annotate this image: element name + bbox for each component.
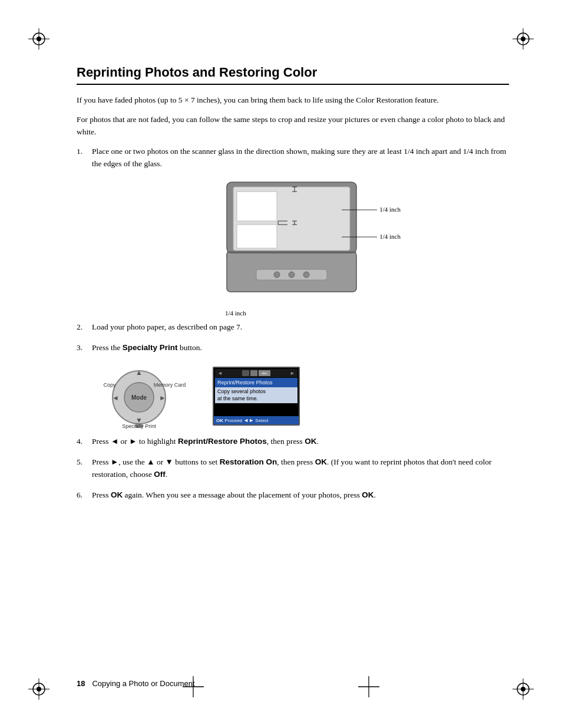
lcd-screen: ◄ abc ► Reprint/Restore Photos Copy seve… (213, 367, 300, 426)
svg-point-7 (521, 37, 525, 41)
lcd-photo-icon (242, 370, 249, 376)
lcd-select-label: Select (255, 418, 268, 423)
lcd-copy-icon (250, 370, 257, 376)
lcd-arrows-label: ◄► (243, 417, 254, 423)
step-5-restoration: Restoration On (220, 457, 277, 466)
scanner-figure: 1/4 inch 1/4 inch 1/4 inch (92, 181, 509, 317)
lcd-bottom-bar: OK Proceed ◄► Select (214, 416, 299, 424)
step-2-text: Load your photo paper, as described on p… (92, 321, 509, 334)
lcd-left-arrow-icon: ◄ (217, 370, 223, 376)
svg-point-28 (274, 272, 280, 278)
step-5-ok: OK (315, 457, 327, 466)
step-2-number: 2. (77, 321, 92, 334)
step-5: 5. Press ►, use the ▲ or ▼ buttons to se… (77, 456, 509, 481)
step-4-highlight: Reprint/Restore Photos (178, 437, 267, 446)
step-5-text: Press ►, use the ▲ or ▼ buttons to set R… (92, 456, 509, 481)
step-1-number: 1. (77, 146, 92, 170)
step-4-text: Press ◄ or ► to highlight Reprint/Restor… (92, 436, 509, 448)
step-4-number: 4. (77, 436, 92, 448)
step-6: 6. Press OK again. When you see a messag… (77, 489, 509, 502)
step-3-text: Press the Specialty Print button. (92, 342, 509, 354)
svg-text:►: ► (159, 394, 166, 402)
svg-point-11 (37, 687, 41, 691)
corner-mark-bl (28, 678, 49, 700)
lcd-proceed-label: Proceed (224, 418, 243, 423)
footer-text: Copying a Photo or Document (92, 679, 194, 688)
step-6-ok2: OK (362, 490, 373, 499)
corner-mark-tr (513, 28, 534, 50)
footer-page-number: 18 (77, 679, 85, 688)
lcd-menu-item-2-line2: at the same time. (217, 396, 295, 403)
svg-point-30 (303, 272, 309, 278)
step-3-bold: Specialty Print (123, 343, 178, 352)
step-6-text: Press OK again. When you see a message a… (92, 489, 509, 502)
step-1: 1. Place one or two photos on the scanne… (77, 146, 509, 170)
intro-paragraph-2: For photos that are not faded, you can f… (77, 114, 509, 139)
mode-dial-wrapper: Mode ▲ ▼ ◄ ► Copy Memory Card Specialty … (92, 362, 195, 430)
lcd-menu-item-2: Copy several photos at the same time. (215, 387, 297, 403)
step-3: 3. Press the Specialty Print button. (77, 342, 509, 354)
page-footer: 18 Copying a Photo or Document (77, 679, 509, 688)
svg-text:▲: ▲ (135, 368, 143, 377)
step-5-off: Off (154, 470, 166, 479)
step-5-number: 5. (77, 456, 92, 481)
svg-text:Specialty Print: Specialty Print (122, 423, 156, 429)
svg-point-15 (521, 687, 525, 691)
scanner-illustration (224, 181, 359, 305)
corner-mark-tl (28, 28, 49, 50)
lcd-menu-item-2-line1: Copy several photos (217, 388, 295, 396)
lcd-ok-label: OK (216, 418, 223, 423)
svg-text:Mode: Mode (131, 394, 147, 401)
svg-point-3 (37, 37, 41, 41)
step-1-text: Place one or two photos on the scanner g… (92, 146, 509, 170)
dim-label-3: 1/4 inch (225, 309, 246, 317)
step-3-number: 3. (77, 342, 92, 354)
dim-label-2: 1/4 inch (379, 233, 401, 240)
dim-label-1: 1/4 inch (379, 206, 401, 213)
lcd-menu-item-1: Reprint/Restore Photos (215, 378, 297, 387)
step-2: 2. Load your photo paper, as described o… (77, 321, 509, 334)
controls-figure: Mode ▲ ▼ ◄ ► Copy Memory Card Specialty … (92, 362, 509, 430)
lcd-icon-row: ◄ abc ► (215, 369, 297, 377)
svg-text:◄: ◄ (112, 394, 119, 402)
main-content: Reprinting Photos and Restoring Color If… (77, 65, 509, 669)
step-4: 4. Press ◄ or ► to highlight Reprint/Res… (77, 436, 509, 448)
corner-mark-br (513, 678, 534, 700)
svg-rect-23 (237, 192, 277, 221)
lcd-right-arrow-icon: ► (290, 370, 295, 376)
intro-paragraph-1: If you have faded photos (up to 5 × 7 in… (77, 94, 509, 107)
page-title: Reprinting Photos and Restoring Color (77, 65, 509, 85)
step-6-ok1: OK (111, 490, 123, 499)
step-4-ok: OK (305, 437, 316, 446)
lcd-text-icon: abc (259, 370, 270, 376)
step-6-number: 6. (77, 489, 92, 502)
svg-point-29 (289, 272, 295, 278)
svg-text:Copy: Copy (103, 382, 116, 388)
svg-text:Memory Card: Memory Card (154, 382, 186, 388)
mode-dial-svg: Mode ▲ ▼ ◄ ► Copy Memory Card Specialty … (92, 362, 195, 430)
svg-rect-24 (237, 225, 277, 248)
